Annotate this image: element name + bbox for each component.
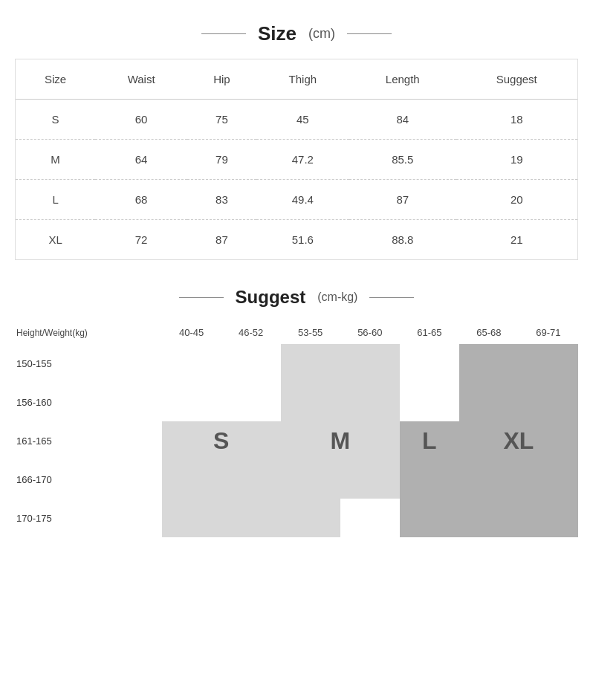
- size-table-row: XL728751.688.821: [16, 220, 577, 260]
- cell-length-1: 85.5: [349, 140, 456, 180]
- suggest-cell-4-4: [400, 499, 459, 537]
- cell-length-3: 88.8: [349, 220, 456, 260]
- col-header-size: Size: [16, 59, 95, 100]
- suggest-cell-3-3: [340, 460, 400, 499]
- suggest-cell-3-0: [162, 460, 221, 499]
- suggest-col-header-2: 46-52: [221, 321, 281, 344]
- cell-hip-1: 79: [187, 140, 256, 180]
- col-header-thigh: Thigh: [256, 59, 349, 100]
- suggest-row-label-1: 156-160: [15, 383, 162, 421]
- size-table-row: M647947.285.519: [16, 140, 577, 180]
- suggest-col-header-4: 56-60: [340, 321, 400, 344]
- col-header-hip: Hip: [187, 59, 256, 100]
- suggest-cell-0-5: [459, 344, 519, 383]
- suggest-cell-0-6: [519, 344, 578, 383]
- title-line-left: [201, 33, 246, 34]
- cell-thigh-2: 49.4: [256, 180, 349, 220]
- suggest-cell-1-2: [281, 383, 340, 421]
- suggest-cell-2-3: [340, 421, 400, 460]
- suggest-cell-1-0: [162, 383, 221, 421]
- suggest-table-row: 150-155: [15, 344, 578, 383]
- size-table-header-row: Size Waist Hip Thigh Length Suggest: [16, 59, 577, 100]
- suggest-cell-2-5: XL: [459, 421, 519, 460]
- cell-size-2: L: [16, 180, 95, 220]
- cell-waist-1: 64: [95, 140, 187, 180]
- cell-thigh-3: 51.6: [256, 220, 349, 260]
- suggest-unit: (cm-kg): [317, 291, 357, 304]
- cell-suggest-3: 21: [456, 220, 577, 260]
- suggest-col-header-3: 53-55: [281, 321, 340, 344]
- suggest-cell-0-2: [281, 344, 340, 383]
- suggest-cell-4-5: [459, 499, 519, 537]
- suggest-title: Suggest: [236, 287, 306, 308]
- size-table-row: S6075458418: [16, 100, 577, 140]
- size-section-title: Size (cm): [15, 22, 578, 45]
- suggest-cell-3-2: [281, 460, 340, 499]
- suggest-cell-2-2: M: [281, 421, 340, 460]
- suggest-col-header-1: 40-45: [162, 321, 221, 344]
- cell-suggest-1: 19: [456, 140, 577, 180]
- suggest-table-row: 166-170: [15, 460, 578, 499]
- cell-length-2: 87: [349, 180, 456, 220]
- suggest-col-header-7: 69-71: [519, 321, 578, 344]
- cell-size-3: XL: [16, 220, 95, 260]
- col-header-waist: Waist: [95, 59, 187, 100]
- col-header-suggest: Suggest: [456, 59, 577, 100]
- suggest-cell-2-4: L: [400, 421, 459, 460]
- size-title: Size: [258, 22, 296, 45]
- suggest-row-label-2: 161-165: [15, 421, 162, 460]
- suggest-cell-4-1: [221, 499, 281, 537]
- suggest-cell-3-6: [519, 460, 578, 499]
- suggest-table: Height/Weight(kg)40-4546-5253-5556-6061-…: [15, 321, 578, 537]
- suggest-row-label-4: 170-175: [15, 499, 162, 537]
- suggest-table-row: 156-160: [15, 383, 578, 421]
- suggest-cell-1-6: [519, 383, 578, 421]
- suggest-cell-0-1: [221, 344, 281, 383]
- cell-size-0: S: [16, 100, 95, 140]
- cell-thigh-1: 47.2: [256, 140, 349, 180]
- cell-suggest-0: 18: [456, 100, 577, 140]
- suggest-table-header-row: Height/Weight(kg)40-4546-5253-5556-6061-…: [15, 321, 578, 344]
- cell-size-1: M: [16, 140, 95, 180]
- suggest-line-left: [179, 297, 224, 298]
- size-table-row: L688349.48720: [16, 180, 577, 220]
- suggest-cell-4-2: [281, 499, 340, 537]
- cell-waist-0: 60: [95, 100, 187, 140]
- suggest-cell-0-0: [162, 344, 221, 383]
- suggest-cell-3-1: [221, 460, 281, 499]
- suggest-cell-3-5: [459, 460, 519, 499]
- suggest-table-row: 170-175: [15, 499, 578, 537]
- suggest-cell-1-3: [340, 383, 400, 421]
- suggest-line-right: [369, 297, 414, 298]
- suggest-cell-4-0: [162, 499, 221, 537]
- suggest-cell-0-3: [340, 344, 400, 383]
- suggest-cell-1-4: [400, 383, 459, 421]
- page-wrapper: Size (cm) Size Waist Hip Thigh Length Su…: [0, 0, 593, 560]
- cell-waist-2: 68: [95, 180, 187, 220]
- suggest-col-header-6: 65-68: [459, 321, 519, 344]
- cell-waist-3: 72: [95, 220, 187, 260]
- suggest-section-title: Suggest (cm-kg): [15, 287, 578, 308]
- size-table: Size Waist Hip Thigh Length Suggest S607…: [16, 59, 577, 259]
- size-table-wrapper: Size Waist Hip Thigh Length Suggest S607…: [15, 59, 578, 260]
- suggest-cell-4-6: [519, 499, 578, 537]
- suggest-row-label-3: 166-170: [15, 460, 162, 499]
- suggest-cell-0-4: [400, 344, 459, 383]
- suggest-cell-2-1: [221, 421, 281, 460]
- cell-length-0: 84: [349, 100, 456, 140]
- col-header-length: Length: [349, 59, 456, 100]
- suggest-row-label-0: 150-155: [15, 344, 162, 383]
- cell-thigh-0: 45: [256, 100, 349, 140]
- cell-suggest-2: 20: [456, 180, 577, 220]
- suggest-cell-2-0: S: [162, 421, 221, 460]
- size-unit: (cm): [308, 26, 335, 42]
- suggest-col-header-0: Height/Weight(kg): [15, 321, 162, 344]
- cell-hip-2: 83: [187, 180, 256, 220]
- suggest-table-row: 161-165SMLXL: [15, 421, 578, 460]
- suggest-cell-1-1: [221, 383, 281, 421]
- suggest-col-header-5: 61-65: [400, 321, 459, 344]
- suggest-table-wrapper: Height/Weight(kg)40-4546-5253-5556-6061-…: [15, 321, 578, 537]
- suggest-cell-3-4: [400, 460, 459, 499]
- cell-hip-0: 75: [187, 100, 256, 140]
- suggest-cell-4-3: [340, 499, 400, 537]
